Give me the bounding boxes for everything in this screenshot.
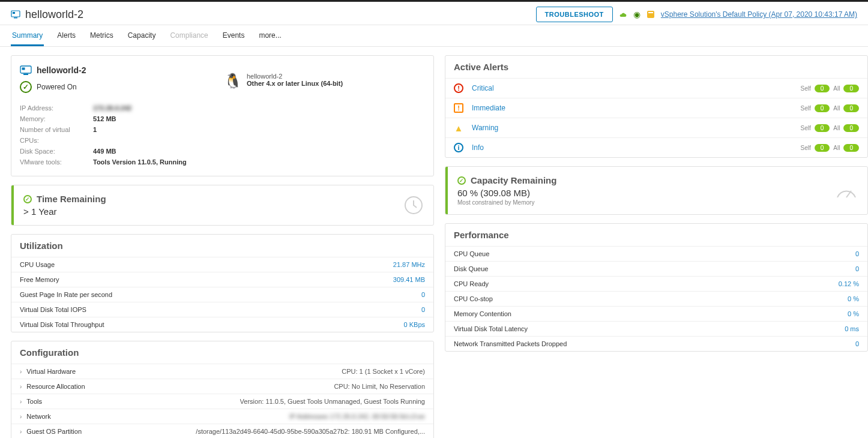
warning-icon: ▲ xyxy=(454,123,463,133)
tools-value: Tools Version 11.0.5, Running xyxy=(93,157,187,167)
disk-label: Disk Space: xyxy=(20,146,91,157)
all-count: 0 xyxy=(843,85,859,92)
iops-label: Virtual Disk Total IOPS xyxy=(20,306,86,313)
policy-link[interactable]: vSphere Solution's Default Policy (Apr 0… xyxy=(661,10,857,19)
performance-title: Performance xyxy=(445,224,867,246)
throughput-label: Virtual Disk Total Throughput xyxy=(20,321,104,328)
config-tools[interactable]: ›ToolsVersion: 11.0.5, Guest Tools Unman… xyxy=(11,394,433,409)
alert-row-critical[interactable]: ! Critical Self0 All0 xyxy=(445,78,867,98)
utilization-panel: Utilization CPU Usage21.87 MHz Free Memo… xyxy=(11,234,434,332)
disk-queue-label: Disk Queue xyxy=(454,265,488,272)
guest-os: Other 4.x or later Linux (64-bit) xyxy=(247,80,343,87)
page-header: helloworld-2 TROUBLESHOOT ◉ vSphere Solu… xyxy=(0,2,868,25)
power-on-icon: ✓ xyxy=(20,81,32,93)
ip-value: 172.26.0.242 xyxy=(93,103,131,113)
cpu-ready-value[interactable]: 0.12 % xyxy=(839,280,859,287)
self-label: Self xyxy=(801,85,811,92)
config-resource-allocation[interactable]: ›Resource AllocationCPU: No Limit, No Re… xyxy=(11,379,433,394)
tools-label: VMware tools: xyxy=(20,157,91,167)
tab-compliance[interactable]: Compliance xyxy=(169,25,209,46)
alert-label: Immediate xyxy=(472,104,505,112)
page-in-label: Guest Page In Rate per second xyxy=(20,291,112,298)
vm-icon xyxy=(11,10,20,19)
vcpu-value: 1 xyxy=(93,124,97,146)
capacity-sub: Most constrained by Memory xyxy=(457,199,816,206)
power-state: Powered On xyxy=(37,83,77,91)
svg-rect-2 xyxy=(14,17,17,19)
svg-rect-4 xyxy=(648,12,653,13)
datastore-icon xyxy=(646,10,655,19)
chevron-right-icon: › xyxy=(20,398,22,405)
alert-label: Warning xyxy=(472,124,498,132)
time-remaining-panel: ✓ Time Remaining > 1 Year xyxy=(11,185,434,226)
free-memory-label: Free Memory xyxy=(20,276,59,283)
configuration-title: Configuration xyxy=(11,341,433,364)
free-memory-value[interactable]: 309.41 MB xyxy=(393,276,425,283)
alert-row-info[interactable]: i Info Self0 All0 xyxy=(445,137,867,157)
tab-more[interactable]: more... xyxy=(258,25,282,46)
alert-label: Critical xyxy=(472,84,494,92)
info-icon: i xyxy=(454,143,463,152)
summary-card: helloworld-2 ✓ Powered On IP Address:172… xyxy=(11,55,434,176)
cpu-usage-value[interactable]: 21.87 MHz xyxy=(393,261,425,268)
self-count: 0 xyxy=(815,85,830,92)
cpu-costop-label: CPU Co-stop xyxy=(454,295,493,302)
immediate-icon: ! xyxy=(454,103,463,113)
cpu-usage-label: CPU Usage xyxy=(20,261,55,268)
tab-summary[interactable]: Summary xyxy=(11,25,44,46)
troubleshoot-button[interactable]: TROUBLESHOOT xyxy=(536,7,613,22)
critical-icon: ! xyxy=(454,83,463,93)
time-remaining-title: Time Remaining xyxy=(37,194,106,204)
disk-latency-value[interactable]: 0 ms xyxy=(845,325,859,332)
disk-value: 449 MB xyxy=(93,146,116,157)
svg-rect-1 xyxy=(13,12,15,14)
tab-metrics[interactable]: Metrics xyxy=(89,25,115,46)
all-label: All xyxy=(833,85,840,92)
active-alerts-title: Active Alerts xyxy=(445,56,867,78)
cpu-ready-label: CPU Ready xyxy=(454,280,489,287)
tab-events[interactable]: Events xyxy=(222,25,246,46)
chevron-right-icon: › xyxy=(20,428,22,435)
alert-label: Info xyxy=(472,143,484,152)
svg-rect-6 xyxy=(22,68,25,70)
packets-dropped-label: Network Transmitted Packets Dropped xyxy=(454,340,567,347)
clock-icon xyxy=(394,185,433,225)
memory-contention-label: Memory Contention xyxy=(454,310,511,317)
ip-label: IP Address: xyxy=(20,103,91,113)
configuration-panel: Configuration ›Virtual HardwareCPU: 1 (1… xyxy=(11,341,434,438)
cloud-icon xyxy=(619,11,627,17)
time-remaining-value: > 1 Year xyxy=(23,206,384,217)
config-network[interactable]: ›NetworkIP Addresses 172.26.0.242, 00:50… xyxy=(11,409,433,424)
performance-panel: Performance CPU Queue0 Disk Queue0 CPU R… xyxy=(445,223,868,352)
chevron-right-icon: › xyxy=(20,383,22,390)
tab-capacity[interactable]: Capacity xyxy=(127,25,157,46)
guest-name: helloworld-2 xyxy=(247,73,343,80)
cpu-queue-value[interactable]: 0 xyxy=(855,250,859,257)
capacity-title: Capacity Remaining xyxy=(471,175,556,185)
config-guest-os-partition[interactable]: ›Guest OS Partition/storage/113a2d49-664… xyxy=(11,424,433,438)
tab-alerts[interactable]: Alerts xyxy=(56,25,77,46)
iops-value[interactable]: 0 xyxy=(421,306,425,313)
active-alerts-panel: Active Alerts ! Critical Self0 All0 ! Im… xyxy=(445,55,868,158)
tab-bar: Summary Alerts Metrics Capacity Complian… xyxy=(0,25,868,47)
memory-label: Memory: xyxy=(20,113,91,124)
cpu-queue-label: CPU Queue xyxy=(454,250,489,257)
disk-queue-value[interactable]: 0 xyxy=(855,265,859,272)
page-in-value[interactable]: 0 xyxy=(421,291,425,298)
vcpu-label: Number of virtual CPUs: xyxy=(20,124,91,146)
check-icon: ✓ xyxy=(457,176,466,185)
config-virtual-hardware[interactable]: ›Virtual HardwareCPU: 1 (1 Socket x 1 vC… xyxy=(11,364,433,379)
memory-value: 512 MB xyxy=(93,113,116,124)
chevron-right-icon: › xyxy=(20,413,22,420)
check-icon: ✓ xyxy=(23,195,32,203)
alert-row-immediate[interactable]: ! Immediate Self0 All0 xyxy=(445,98,867,118)
capacity-remaining-panel: ✓ Capacity Remaining 60 % (309.08 MB) Mo… xyxy=(445,166,868,215)
cpu-costop-value[interactable]: 0 % xyxy=(848,295,859,302)
capacity-value: 60 % (309.08 MB) xyxy=(457,188,816,198)
alert-row-warning[interactable]: ▲ Warning Self0 All0 xyxy=(445,118,867,137)
vm-icon xyxy=(20,64,32,76)
health-icon: ◉ xyxy=(633,10,640,19)
packets-dropped-value[interactable]: 0 xyxy=(855,340,859,347)
memory-contention-value[interactable]: 0 % xyxy=(848,310,859,317)
throughput-value[interactable]: 0 KBps xyxy=(404,321,425,328)
